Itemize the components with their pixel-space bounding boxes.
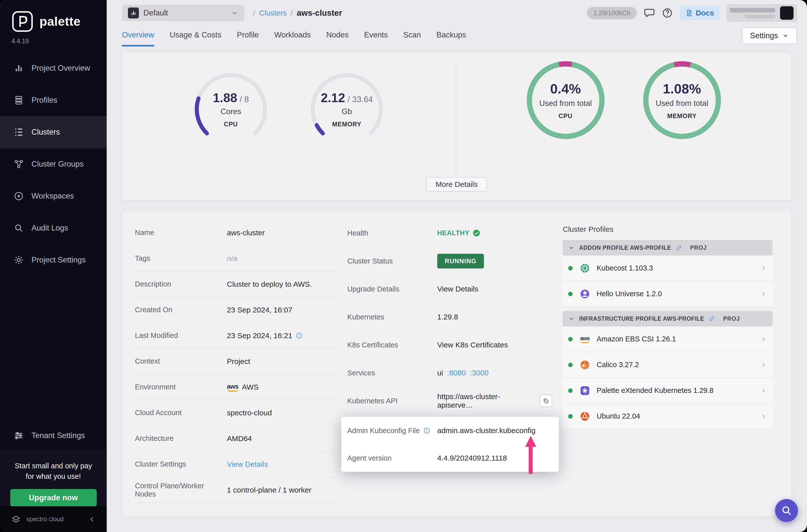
upgrade-view-details-link[interactable]: View Details xyxy=(437,285,478,293)
profile-item-calico[interactable]: Calico 3.27.2 xyxy=(563,352,772,378)
help-icon[interactable] xyxy=(662,7,673,18)
tab-backups[interactable]: Backups xyxy=(436,31,466,46)
sidebar-item-workspaces[interactable]: Workspaces xyxy=(0,180,107,212)
status-dot xyxy=(568,292,573,296)
sidebar-item-project-overview[interactable]: Project Overview xyxy=(0,52,107,84)
gear-icon xyxy=(14,255,24,265)
sidebar-item-clusters[interactable]: Clusters xyxy=(0,116,107,148)
status-row-services: Services ui :8080 :3000 xyxy=(347,359,552,387)
chevron-right-icon xyxy=(760,290,767,298)
detail-row-tags: Tags n/a xyxy=(135,246,338,271)
tab-workloads[interactable]: Workloads xyxy=(274,31,311,46)
detail-row-name: Name aws-cluster xyxy=(135,220,338,246)
tab-profile[interactable]: Profile xyxy=(237,31,259,46)
app-version: 4.4.19 xyxy=(12,37,107,45)
status-label: Agent version xyxy=(347,454,437,462)
promo-text: Start small and only pay for what you us… xyxy=(0,460,107,481)
pxk-icon xyxy=(580,385,590,396)
profile-item-name: Palette eXtended Kubernetes 1.29.8 xyxy=(597,386,714,395)
annotation-arrow-up xyxy=(525,436,536,474)
target-icon xyxy=(14,191,24,201)
tab-scan[interactable]: Scan xyxy=(403,31,421,46)
app-title: palette xyxy=(39,14,81,29)
cluster-settings-view-details-link[interactable]: View Details xyxy=(227,460,268,469)
status-dot xyxy=(568,414,573,419)
chevron-right-icon xyxy=(760,387,767,394)
cpu-usage-label: CPU xyxy=(559,112,573,120)
info-icon[interactable] xyxy=(296,332,303,339)
cluster-tabs: Overview Usage & Costs Profile Workloads… xyxy=(122,31,466,46)
tab-events[interactable]: Events xyxy=(364,31,388,46)
memory-gauge-label: MEMORY xyxy=(332,121,361,128)
detail-value: 23 Sep 2024, 16:07 xyxy=(227,306,292,314)
sidebar-item-tenant-settings[interactable]: Tenant Settings xyxy=(0,420,107,452)
detail-label: Context xyxy=(135,357,227,365)
status-label: Cluster Status xyxy=(347,257,437,265)
search-fab-button[interactable] xyxy=(775,499,798,522)
tab-usage-costs[interactable]: Usage & Costs xyxy=(170,31,221,46)
detail-value: n/a xyxy=(227,254,237,263)
sidebar-item-profiles[interactable]: Profiles xyxy=(0,84,107,116)
cluster-profiles-panel: Cluster Profiles ADDON PROFILE AWS-PROFI… xyxy=(563,225,772,429)
link-icon xyxy=(676,245,682,251)
status-label: Services xyxy=(347,369,437,377)
palette-logo-icon xyxy=(11,10,34,33)
more-details-button[interactable]: More Details xyxy=(426,177,487,192)
tab-overview[interactable]: Overview xyxy=(122,31,154,46)
sidebar-item-label: Audit Logs xyxy=(32,224,68,232)
breadcrumb-clusters-link[interactable]: Clusters xyxy=(259,9,286,17)
running-status-badge[interactable]: RUNNING xyxy=(437,254,484,268)
cluster-info-column: Name aws-cluster Tags n/a Description Cl… xyxy=(135,220,338,503)
project-selector-dropdown[interactable]: Default xyxy=(122,5,244,21)
infrastructure-profile-section-header[interactable]: INFRASTRUCTURE PROFILE AWS-PROFILE PROJ xyxy=(563,311,772,326)
detail-value: 23 Sep 2024, 16:21 xyxy=(227,331,292,340)
detail-label: Description xyxy=(135,280,227,288)
info-icon[interactable] xyxy=(423,427,430,434)
admin-kubeconfig-download-link[interactable]: admin.aws-cluster.kubeconfig xyxy=(437,426,536,435)
chevron-right-icon xyxy=(760,361,767,368)
profile-item-hello-universe[interactable]: Hello Universe 1.2.0 xyxy=(563,281,772,307)
status-dot xyxy=(568,388,573,393)
upgrade-now-button[interactable]: Upgrade now xyxy=(10,489,97,507)
tab-nodes[interactable]: Nodes xyxy=(326,31,349,46)
avatar[interactable] xyxy=(780,6,793,20)
blurred-user-name xyxy=(730,8,775,18)
view-k8s-certificates-link[interactable]: View K8s Certificates xyxy=(437,341,508,349)
health-status-value: HEALTHY xyxy=(437,229,469,237)
status-row-kubernetes-api: Kubernetes API https://aws-cluster-apise… xyxy=(347,387,552,415)
sidebar-item-audit-logs[interactable]: Audit Logs xyxy=(0,212,107,244)
docs-button[interactable]: Docs xyxy=(680,6,719,20)
collapse-sidebar-icon[interactable] xyxy=(88,515,96,524)
status-row-health: Health HEALTHY xyxy=(347,219,552,247)
profile-item-palette-extended-kubernetes[interactable]: Palette eXtended Kubernetes 1.29.8 xyxy=(563,378,772,404)
profile-item-ubuntu[interactable]: Ubuntu 22.04 xyxy=(563,404,772,429)
check-circle-icon xyxy=(472,229,481,237)
link-icon xyxy=(709,316,715,322)
memory-total-value: / 33.64 xyxy=(348,95,373,104)
breadcrumb-separator: / xyxy=(290,9,293,17)
bar-chart-icon xyxy=(14,63,24,73)
sidebar-item-project-settings[interactable]: Project Settings xyxy=(0,244,107,276)
palette-logo: palette xyxy=(0,0,107,33)
service-port-3000-link[interactable]: :3000 xyxy=(470,369,488,377)
detail-value: Cluster to deploy to AWS. xyxy=(227,280,312,288)
proj-badge: PROJ xyxy=(690,245,707,251)
cpu-used-value: 1.88 xyxy=(213,91,237,105)
sidebar-item-label: Tenant Settings xyxy=(32,431,85,440)
copy-icon[interactable] xyxy=(540,395,552,407)
chat-icon[interactable] xyxy=(644,7,655,18)
sidebar-item-cluster-groups[interactable]: Cluster Groups xyxy=(0,148,107,180)
kubernetes-api-url: https://aws-cluster-apiserve… xyxy=(437,392,536,410)
settings-button[interactable]: Settings xyxy=(742,27,797,44)
cpu-usage-ring: 0.4% Used from total CPU xyxy=(524,59,607,141)
service-port-8080-link[interactable]: :8080 xyxy=(447,369,466,377)
cpu-unit: Cores xyxy=(221,107,241,116)
memory-unit: Gb xyxy=(341,107,352,116)
profile-item-kubecost[interactable]: Kubecost 1.103.3 xyxy=(563,255,772,281)
layers-icon xyxy=(14,95,24,106)
magnifier-icon xyxy=(781,505,792,516)
status-label: Upgrade Details xyxy=(347,285,437,293)
status-row-certificates: K8s Certificates View K8s Certificates xyxy=(347,331,552,359)
addon-profile-section-header[interactable]: ADDON PROFILE AWS-PROFILE PROJ xyxy=(563,240,772,255)
profile-item-amazon-ebs-csi[interactable]: aws Amazon EBS CSI 1.26.1 xyxy=(563,326,772,352)
